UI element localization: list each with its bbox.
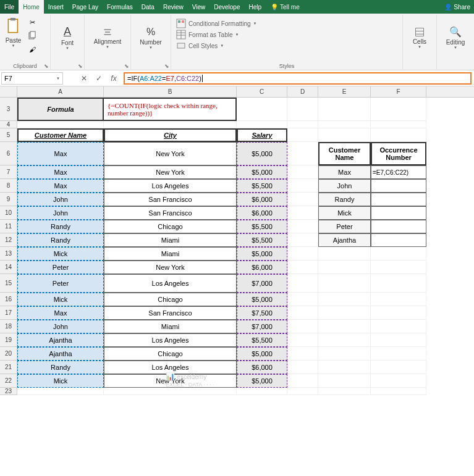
cell[interactable]: $6,000 bbox=[237, 193, 287, 206]
row-header[interactable]: 7 bbox=[0, 165, 17, 179]
cell-f8[interactable] bbox=[371, 179, 426, 193]
number-launcher[interactable]: ⬊ bbox=[164, 63, 169, 69]
cell-f11[interactable] bbox=[371, 220, 426, 233]
cell[interactable]: Los Angeles bbox=[104, 361, 237, 374]
tell-me[interactable]: 💡 Tell me bbox=[266, 0, 305, 14]
row-header[interactable]: 10 bbox=[0, 206, 17, 220]
number-button[interactable]: % Number ▼ bbox=[133, 16, 168, 59]
font-button[interactable]: A Font ▼ bbox=[53, 16, 82, 59]
row-header[interactable]: 22 bbox=[0, 374, 17, 388]
menu-help[interactable]: Help bbox=[244, 0, 266, 14]
menu-data[interactable]: Data bbox=[137, 0, 159, 14]
cell[interactable]: $5,000 bbox=[237, 293, 287, 306]
cell[interactable] bbox=[371, 320, 426, 333]
cell[interactable] bbox=[287, 261, 318, 274]
cut-button[interactable]: ✂ bbox=[25, 16, 39, 28]
col-header-b[interactable]: B bbox=[104, 86, 237, 97]
cell[interactable]: $6,000 bbox=[237, 206, 287, 220]
menu-pagelayout[interactable]: Page Lay bbox=[68, 0, 103, 14]
cell-f3[interactable] bbox=[371, 98, 426, 121]
cell[interactable] bbox=[287, 293, 318, 306]
cell[interactable] bbox=[287, 142, 318, 165]
cell[interactable]: $7,000 bbox=[237, 274, 287, 293]
row-header[interactable]: 11 bbox=[0, 220, 17, 233]
confirm-formula-button[interactable]: ✓ bbox=[91, 72, 106, 85]
cell[interactable] bbox=[287, 233, 318, 247]
cell[interactable] bbox=[318, 320, 371, 333]
cell[interactable]: John bbox=[17, 320, 104, 333]
cell[interactable] bbox=[318, 121, 371, 128]
paste-button[interactable]: Paste ▼ bbox=[2, 16, 24, 59]
cell[interactable] bbox=[104, 388, 237, 395]
cell[interactable] bbox=[318, 388, 371, 395]
cell-e3[interactable] bbox=[318, 98, 371, 121]
row-header[interactable]: 12 bbox=[0, 233, 17, 247]
cell[interactable] bbox=[371, 347, 426, 361]
cell-b5[interactable]: City bbox=[104, 128, 237, 142]
cell[interactable] bbox=[287, 374, 318, 388]
cell[interactable] bbox=[287, 179, 318, 193]
menu-home[interactable]: Home bbox=[19, 0, 44, 14]
col-header-a[interactable]: A bbox=[17, 86, 104, 97]
row-header[interactable]: 9 bbox=[0, 193, 17, 206]
cancel-formula-button[interactable]: ✕ bbox=[77, 72, 91, 85]
cell-e6[interactable]: Customer Name bbox=[318, 142, 371, 165]
cell[interactable] bbox=[237, 388, 287, 395]
cell[interactable] bbox=[371, 261, 426, 274]
cell[interactable] bbox=[371, 374, 426, 388]
row-header[interactable]: 14 bbox=[0, 261, 17, 274]
cell[interactable] bbox=[318, 374, 371, 388]
cell[interactable] bbox=[318, 261, 371, 274]
cell[interactable]: San Francisco bbox=[104, 193, 237, 206]
cell[interactable]: $5,500 bbox=[237, 333, 287, 347]
cell-e7[interactable]: Max bbox=[318, 165, 371, 179]
cells-button[interactable]: Cells ▼ bbox=[405, 16, 434, 59]
cell-f7[interactable]: =E7,C6:C22) bbox=[371, 165, 426, 179]
cell-a3[interactable]: Formula bbox=[17, 98, 104, 121]
row-header[interactable]: 8 bbox=[0, 179, 17, 193]
name-box[interactable]: F7 ▼ bbox=[1, 72, 63, 85]
cell[interactable] bbox=[287, 274, 318, 293]
cell[interactable]: $5,000 bbox=[237, 374, 287, 388]
cell[interactable]: $5,000 bbox=[237, 247, 287, 261]
cell-e12[interactable]: Ajantha bbox=[318, 233, 371, 247]
cell[interactable]: $6,000 bbox=[237, 261, 287, 274]
cell[interactable]: Ajantha bbox=[17, 333, 104, 347]
cell[interactable]: $5,500 bbox=[237, 220, 287, 233]
conditional-formatting-button[interactable]: Conditional Formatting ▼ bbox=[176, 19, 397, 28]
cell[interactable]: Max bbox=[17, 179, 104, 193]
cell[interactable] bbox=[371, 274, 426, 293]
cell[interactable]: $5,500 bbox=[237, 179, 287, 193]
row-header[interactable]: 20 bbox=[0, 347, 17, 361]
cell[interactable] bbox=[318, 293, 371, 306]
cell[interactable]: Miami bbox=[104, 233, 237, 247]
cell[interactable] bbox=[318, 333, 371, 347]
cell-f12[interactable] bbox=[371, 233, 426, 247]
cell-f9[interactable] bbox=[371, 193, 426, 206]
cell[interactable]: Randy bbox=[17, 361, 104, 374]
cell[interactable] bbox=[287, 128, 318, 142]
cell[interactable] bbox=[287, 320, 318, 333]
cell[interactable] bbox=[287, 347, 318, 361]
editing-button[interactable]: 🔍 Editing ▼ bbox=[439, 16, 472, 59]
cell[interactable]: Chicago bbox=[104, 220, 237, 233]
cell-a7[interactable]: Max bbox=[17, 165, 104, 179]
cell[interactable]: Mick bbox=[17, 374, 104, 388]
menu-file[interactable]: File bbox=[0, 0, 19, 14]
cell[interactable]: Randy bbox=[17, 220, 104, 233]
row-header[interactable]: 16 bbox=[0, 293, 17, 306]
row-header[interactable]: 17 bbox=[0, 306, 17, 320]
cell[interactable] bbox=[287, 220, 318, 233]
row-header[interactable]: 15 bbox=[0, 274, 17, 293]
col-header-d[interactable]: D bbox=[287, 86, 318, 97]
cell-c5[interactable]: Salary bbox=[237, 128, 287, 142]
cell-c6[interactable]: $5,000 bbox=[237, 142, 287, 165]
menu-insert[interactable]: Insert bbox=[44, 0, 68, 14]
cell-e8[interactable]: John bbox=[318, 179, 371, 193]
clipboard-launcher[interactable]: ⬊ bbox=[44, 63, 49, 69]
cell[interactable] bbox=[17, 388, 104, 395]
cell-a5[interactable]: Customer Name bbox=[17, 128, 104, 142]
cell[interactable] bbox=[371, 306, 426, 320]
cell-c7[interactable]: $5,000 bbox=[237, 165, 287, 179]
cell[interactable] bbox=[287, 388, 318, 395]
